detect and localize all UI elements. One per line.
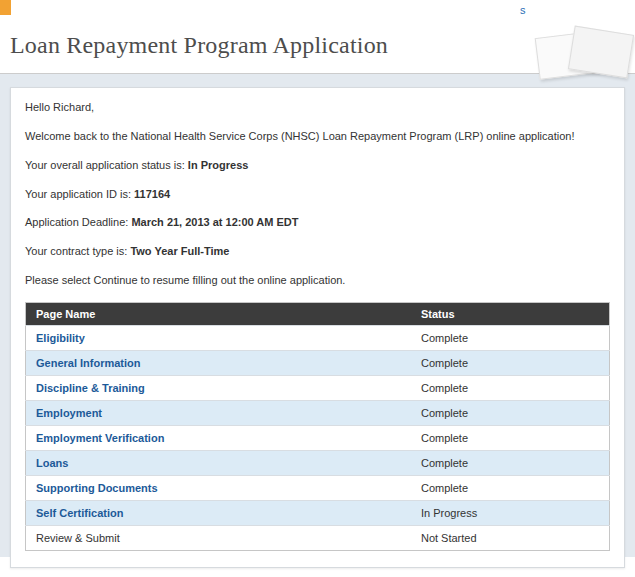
status-cell: Complete: [411, 375, 610, 400]
page-label-review-submit: Review & Submit: [36, 532, 120, 544]
greeting-text: Hello Richard,: [25, 100, 610, 115]
status-cell: Not Started: [411, 525, 610, 550]
app-id-label: Your application ID is:: [25, 188, 131, 200]
table-row: Employment Verification Complete: [26, 425, 610, 450]
status-cell: Complete: [411, 450, 610, 475]
content-card: Hello Richard, Welcome back to the Natio…: [10, 87, 625, 568]
page-link-loans[interactable]: Loans: [36, 457, 68, 469]
top-bar: s: [0, 0, 635, 28]
contract-label: Your contract type is:: [25, 245, 127, 257]
application-window: s Loan Repayment Program Application Hel…: [0, 0, 635, 577]
status-cell: Complete: [411, 475, 610, 500]
table-row: Supporting Documents Complete: [26, 475, 610, 500]
table-row: Discipline & Training Complete: [26, 375, 610, 400]
deadline-label: Application Deadline:: [25, 216, 128, 228]
top-link[interactable]: s: [520, 4, 526, 16]
table-row: Review & Submit Not Started: [26, 525, 610, 550]
status-line: Your overall application status is: In P…: [25, 158, 610, 173]
status-cell: Complete: [411, 425, 610, 450]
instruction-text: Please select Continue to resume filling…: [25, 273, 610, 288]
page-header: Loan Repayment Program Application: [0, 28, 635, 74]
contract-value: Two Year Full-Time: [130, 245, 229, 257]
page-status-table: Page Name Status Eligibility Complete Ge…: [25, 302, 610, 551]
page-link-discipline-training[interactable]: Discipline & Training: [36, 382, 145, 394]
page-link-self-certification[interactable]: Self Certification: [36, 507, 123, 519]
page-link-eligibility[interactable]: Eligibility: [36, 332, 85, 344]
app-id-value: 117164: [134, 188, 170, 200]
column-header-page-name: Page Name: [26, 302, 411, 325]
status-label: Your overall application status is:: [25, 159, 185, 171]
table-row: General Information Complete: [26, 350, 610, 375]
page-body: Hello Richard, Welcome back to the Natio…: [0, 74, 635, 557]
column-header-status: Status: [411, 302, 610, 325]
status-cell: Complete: [411, 350, 610, 375]
page-link-employment-verification[interactable]: Employment Verification: [36, 432, 164, 444]
deadline-line: Application Deadline: March 21, 2013 at …: [25, 215, 610, 230]
status-cell: In Progress: [411, 500, 610, 525]
page-title: Loan Repayment Program Application: [10, 32, 635, 59]
deadline-value: March 21, 2013 at 12:00 AM EDT: [131, 216, 298, 228]
page-link-general-information[interactable]: General Information: [36, 357, 141, 369]
table-row: Loans Complete: [26, 450, 610, 475]
table-row: Eligibility Complete: [26, 325, 610, 350]
orange-accent-chip: [0, 0, 11, 15]
actions-bar: CONTINUE: [10, 568, 625, 577]
page-link-employment[interactable]: Employment: [36, 407, 102, 419]
table-header-row: Page Name Status: [26, 302, 610, 325]
status-cell: Complete: [411, 400, 610, 425]
page-link-supporting-documents[interactable]: Supporting Documents: [36, 482, 158, 494]
status-value: In Progress: [188, 159, 249, 171]
table-row: Self Certification In Progress: [26, 500, 610, 525]
table-row: Employment Complete: [26, 400, 610, 425]
app-id-line: Your application ID is: 117164: [25, 187, 610, 202]
contract-line: Your contract type is: Two Year Full-Tim…: [25, 244, 610, 259]
welcome-text: Welcome back to the National Health Serv…: [25, 129, 610, 144]
status-cell: Complete: [411, 325, 610, 350]
